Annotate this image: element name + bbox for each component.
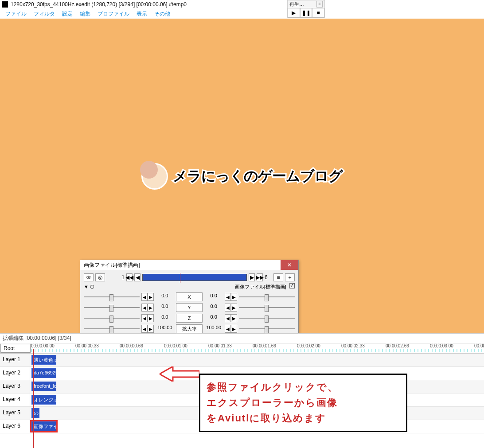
stop-button[interactable]: ■ bbox=[312, 8, 324, 18]
dialog-title: 画像ファイル[標準描画] bbox=[84, 261, 140, 269]
timeline-clip[interactable]: オレンジ.pn bbox=[31, 395, 56, 405]
spin-left-inc[interactable]: ▶ bbox=[148, 325, 154, 333]
ruler-time: 00:00:00.00 bbox=[31, 343, 55, 348]
param-row-Z: ◀▶0.0Z0.0◀▶ bbox=[84, 313, 295, 323]
layer-label[interactable]: Layer 5 bbox=[0, 407, 30, 420]
section-checkbox[interactable] bbox=[289, 283, 295, 288]
layer-label[interactable]: Layer 2 bbox=[0, 367, 30, 380]
ruler-time: 00:00:00.66 bbox=[120, 343, 143, 348]
value-left: 100.00 bbox=[156, 325, 174, 333]
spin-left-dec[interactable]: ◀ bbox=[141, 293, 148, 301]
spin-right-inc[interactable]: ▶ bbox=[231, 314, 237, 322]
value-right: 100.00 bbox=[204, 325, 223, 333]
param-label-button[interactable]: 拡大率 bbox=[176, 324, 203, 333]
ruler-time: 00:00:01.33 bbox=[208, 343, 232, 348]
window-title: 1280x720_30fps_44100Hz.exedit (1280,720)… bbox=[11, 1, 187, 8]
menu-other[interactable]: その他 bbox=[152, 9, 173, 19]
spin-right-inc[interactable]: ▶ bbox=[231, 325, 237, 333]
eye-icon[interactable] bbox=[84, 273, 94, 281]
spin-left-inc[interactable]: ▶ bbox=[148, 293, 154, 301]
layer-label[interactable]: Layer 4 bbox=[0, 393, 30, 406]
slider-right[interactable] bbox=[239, 304, 295, 311]
timeline-title: 拡張編集 [00:00:00.06] [3/34] bbox=[0, 334, 484, 343]
timeline-clip[interactable]: 薄い黄色.p bbox=[31, 355, 56, 365]
play-button[interactable]: ▶ bbox=[288, 8, 300, 18]
timeline-clip[interactable]: の bbox=[31, 408, 39, 418]
value-right: 0.0 bbox=[204, 293, 223, 301]
logo-avatar bbox=[141, 163, 168, 190]
spin-left-inc[interactable]: ▶ bbox=[148, 304, 154, 312]
timeline-clip[interactable]: 画像ファイル bbox=[31, 421, 56, 431]
timeline-ruler[interactable]: 00:00:00.0000:00:00.3300:00:00.6600:00:0… bbox=[31, 343, 484, 353]
preview-logo: メラにっくのゲームブログ bbox=[136, 163, 348, 190]
frame-menu-button[interactable]: ≡ bbox=[273, 273, 283, 281]
spin-left-inc[interactable]: ▶ bbox=[148, 314, 154, 322]
slider-left[interactable] bbox=[84, 304, 140, 311]
value-right: 0.0 bbox=[204, 314, 223, 322]
spin-right-dec[interactable]: ◀ bbox=[225, 304, 231, 312]
menu-edit[interactable]: 編集 bbox=[77, 9, 93, 19]
timeline-cursor[interactable] bbox=[33, 349, 34, 448]
frame-add-button[interactable]: ＋ bbox=[285, 273, 295, 281]
slider-right[interactable] bbox=[239, 315, 295, 322]
param-row-X: ◀▶0.0X0.0◀▶ bbox=[84, 292, 295, 302]
spin-left-dec[interactable]: ◀ bbox=[141, 314, 148, 322]
ruler-time: 00:00:02.00 bbox=[297, 343, 320, 348]
layer-label[interactable]: Layer 6 bbox=[0, 420, 30, 433]
frame-end: 6 bbox=[265, 274, 272, 280]
frame-start: 1 bbox=[107, 274, 125, 280]
svg-point-0 bbox=[88, 277, 90, 278]
app-icon bbox=[2, 1, 8, 8]
dialog-close-button[interactable]: ✕ bbox=[281, 260, 298, 270]
slider-left[interactable] bbox=[84, 325, 140, 332]
menu-profile[interactable]: プロファイル bbox=[95, 9, 132, 19]
spin-right-dec[interactable]: ◀ bbox=[225, 325, 231, 333]
menu-settings[interactable]: 設定 bbox=[59, 9, 75, 19]
spin-left-dec[interactable]: ◀ bbox=[141, 325, 148, 333]
slider-right[interactable] bbox=[239, 293, 295, 300]
seek-last-button[interactable]: ▶▶ bbox=[257, 273, 263, 281]
seek-next-button[interactable]: ▶ bbox=[249, 273, 255, 281]
playback-more-icon[interactable]: ≡ bbox=[316, 1, 323, 8]
annotation-line-3: をAviutlに取り込めます bbox=[207, 410, 400, 426]
timeline-clip[interactable]: freefont_lo bbox=[31, 382, 56, 391]
spin-right-inc[interactable]: ▶ bbox=[231, 293, 237, 301]
spin-right-dec[interactable]: ◀ bbox=[225, 314, 231, 322]
spin-right-inc[interactable]: ▶ bbox=[231, 304, 237, 312]
seek-prev-button[interactable]: ◀ bbox=[134, 273, 141, 281]
pause-button[interactable]: ❚❚ bbox=[300, 8, 312, 18]
layer-label[interactable]: Layer 3 bbox=[0, 380, 30, 393]
ruler-time: 00:00:01.66 bbox=[253, 343, 276, 348]
circle-icon[interactable]: ◎ bbox=[95, 273, 105, 281]
annotation-arrow bbox=[160, 366, 199, 383]
ruler-time: 00:00:0 bbox=[474, 343, 484, 348]
ruler-time: 00:00:00.33 bbox=[75, 343, 99, 348]
spin-right-dec[interactable]: ◀ bbox=[225, 293, 231, 301]
frame-track[interactable] bbox=[142, 274, 247, 281]
slider-left[interactable] bbox=[84, 315, 140, 322]
param-label-button[interactable]: Y bbox=[176, 303, 203, 312]
param-label-button[interactable]: X bbox=[176, 292, 203, 301]
layer-track[interactable]: 薄い黄色.p bbox=[30, 354, 484, 366]
root-button[interactable]: Root bbox=[0, 344, 31, 353]
logo-text: メラにっくのゲームブログ bbox=[173, 167, 343, 186]
timeline-row: Layer 1薄い黄色.p bbox=[0, 354, 484, 367]
slider-left[interactable] bbox=[84, 293, 140, 300]
collapse-icon[interactable]: ▼ ⬡ bbox=[84, 284, 94, 290]
playback-panel: 再生… ≡ ▶ ❚❚ ■ bbox=[287, 0, 325, 18]
section-label: 画像ファイル[標準描画] bbox=[235, 284, 286, 289]
annotation-line-1: 参照ファイルクリックで、 bbox=[207, 379, 400, 395]
value-left: 0.0 bbox=[156, 314, 174, 322]
ruler-time: 00:00:02.66 bbox=[386, 343, 409, 348]
seek-first-button[interactable]: ◀◀ bbox=[126, 273, 133, 281]
param-row-拡大率: ◀▶100.00拡大率100.00◀▶ bbox=[84, 324, 295, 334]
layer-label[interactable]: Layer 1 bbox=[0, 354, 30, 366]
annotation-box: 参照ファイルクリックで、 エクスプローラーから画像 をAviutlに取り込めます bbox=[199, 374, 407, 432]
timeline-clip[interactable]: da7e66925 bbox=[31, 368, 56, 378]
spin-left-dec[interactable]: ◀ bbox=[141, 304, 148, 312]
menu-view[interactable]: 表示 bbox=[134, 9, 150, 19]
menu-file[interactable]: ファイル bbox=[3, 9, 29, 19]
param-label-button[interactable]: Z bbox=[176, 314, 203, 323]
menu-filter[interactable]: フィルタ bbox=[31, 9, 58, 19]
slider-right[interactable] bbox=[239, 325, 295, 332]
